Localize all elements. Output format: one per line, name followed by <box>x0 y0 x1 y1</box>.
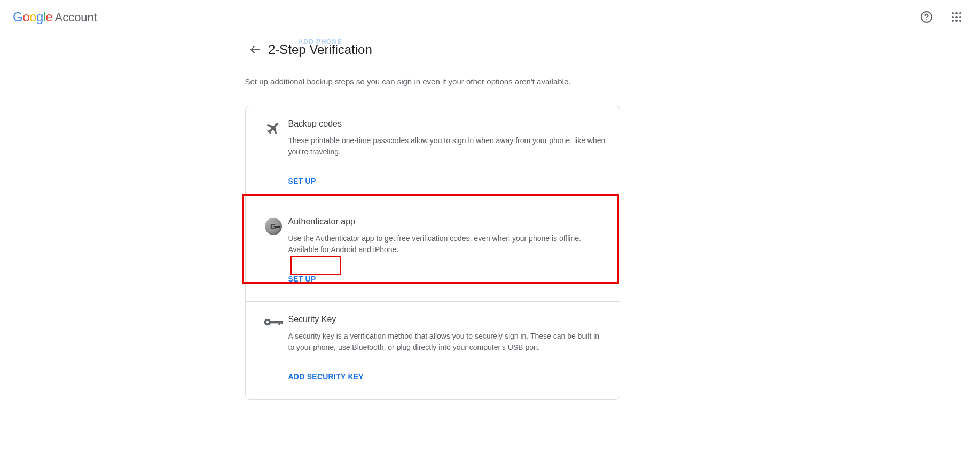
branding[interactable]: Google Account <box>13 10 97 25</box>
svg-point-13 <box>266 321 269 324</box>
apps-grid-icon[interactable] <box>946 6 967 28</box>
svg-point-8 <box>952 20 954 22</box>
svg-rect-15 <box>278 321 280 325</box>
backup-codes-setup-button[interactable]: SET UP <box>283 174 322 189</box>
svg-point-5 <box>952 16 954 18</box>
security-key-title: Security Key <box>288 315 607 324</box>
topbar: Google Account <box>0 0 980 34</box>
security-key-desc: A security key is a verification method … <box>288 331 607 353</box>
security-key-section: Security Key A security key is a verific… <box>246 301 620 399</box>
backup-steps-card: Backup codes These printable one-time pa… <box>245 106 620 400</box>
authenticator-section: G Authenticator app Use the Authenticato… <box>246 204 620 301</box>
backup-codes-title: Backup codes <box>288 119 607 129</box>
authenticator-title: Authenticator app <box>288 217 607 226</box>
ghost-add-phone-button: ADD PHONE <box>298 37 342 45</box>
svg-point-4 <box>959 12 961 14</box>
add-security-key-button[interactable]: ADD SECURITY KEY <box>283 369 369 384</box>
svg-rect-16 <box>281 321 283 324</box>
subheader: ADD PHONE 2-Step Verification <box>0 34 980 65</box>
back-button[interactable] <box>245 39 266 60</box>
backup-codes-desc: These printable one-time passcodes allow… <box>288 135 607 158</box>
topbar-actions <box>916 6 967 28</box>
svg-point-2 <box>952 12 954 14</box>
backup-codes-section: Backup codes These printable one-time pa… <box>246 106 620 204</box>
svg-point-9 <box>955 20 958 22</box>
help-icon[interactable] <box>916 6 937 28</box>
intro-text: Set up additional backup steps so you ca… <box>245 76 620 88</box>
svg-point-6 <box>955 16 958 18</box>
product-label: Account <box>54 11 97 25</box>
content: Set up additional backup steps so you ca… <box>245 76 620 400</box>
authenticator-desc: Use the Authenticator app to get free ve… <box>288 233 607 255</box>
google-logo: Google <box>13 10 52 25</box>
svg-point-10 <box>959 20 961 22</box>
svg-point-1 <box>926 19 927 20</box>
svg-point-3 <box>955 12 958 14</box>
authenticator-setup-button[interactable]: SET UP <box>283 271 322 286</box>
authenticator-icon: G <box>258 217 288 286</box>
svg-point-7 <box>959 16 961 18</box>
